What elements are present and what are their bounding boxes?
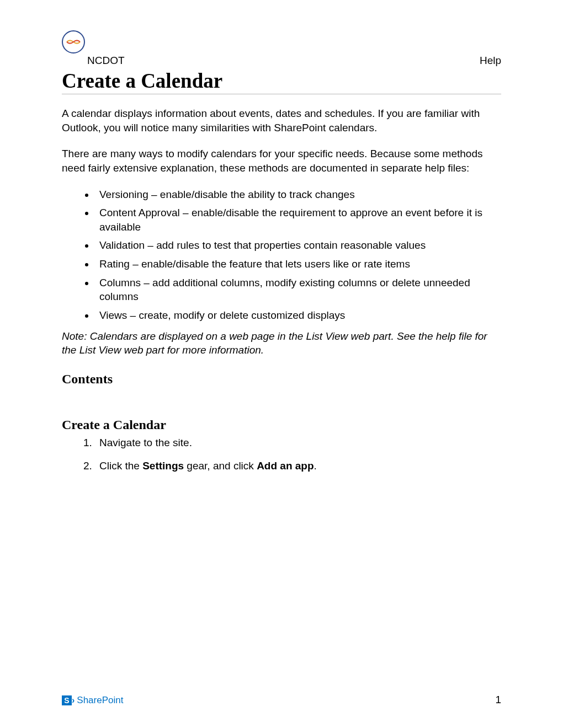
help-label: Help: [480, 55, 501, 67]
section-heading: Create a Calendar: [62, 417, 501, 432]
page-footer: S › SharePoint 1: [62, 694, 501, 706]
contents-heading: Contents: [62, 372, 501, 387]
org-name: NCDOT: [87, 55, 125, 67]
intro-paragraph-2: There are many ways to modify calendars …: [62, 147, 501, 175]
list-item: Rating – enable/disable the feature that…: [95, 257, 501, 271]
feature-list: Versioning – enable/disable the ability …: [62, 188, 501, 323]
steps-list: Navigate to the site. Click the Settings…: [62, 436, 501, 473]
list-item: Content Approval – enable/disable the re…: [95, 206, 501, 234]
title-divider: [62, 94, 501, 94]
intro-paragraph-1: A calendar displays information about ev…: [62, 106, 501, 135]
sharepoint-text: SharePoint: [77, 695, 123, 706]
sharepoint-icon: S: [62, 695, 72, 705]
list-item: Versioning – enable/disable the ability …: [95, 188, 501, 202]
sharepoint-arrow-icon: ›: [72, 695, 75, 705]
list-item: Validation – add rules to test that prop…: [95, 238, 501, 253]
step-item: Navigate to the site.: [95, 436, 501, 450]
ncdot-logo-icon: [62, 30, 85, 53]
page-number: 1: [495, 694, 501, 706]
list-item: Views – create, modify or delete customi…: [95, 308, 501, 323]
list-item: Columns – add additional columns, modify…: [95, 276, 501, 304]
document-header: NCDOT Help: [62, 30, 501, 67]
page-title: Create a Calendar: [62, 69, 501, 93]
step-item: Click the Settings gear, and click Add a…: [95, 459, 501, 473]
note-paragraph: Note: Calendars are displayed on a web p…: [62, 329, 501, 357]
sharepoint-logo: S › SharePoint: [62, 695, 123, 706]
